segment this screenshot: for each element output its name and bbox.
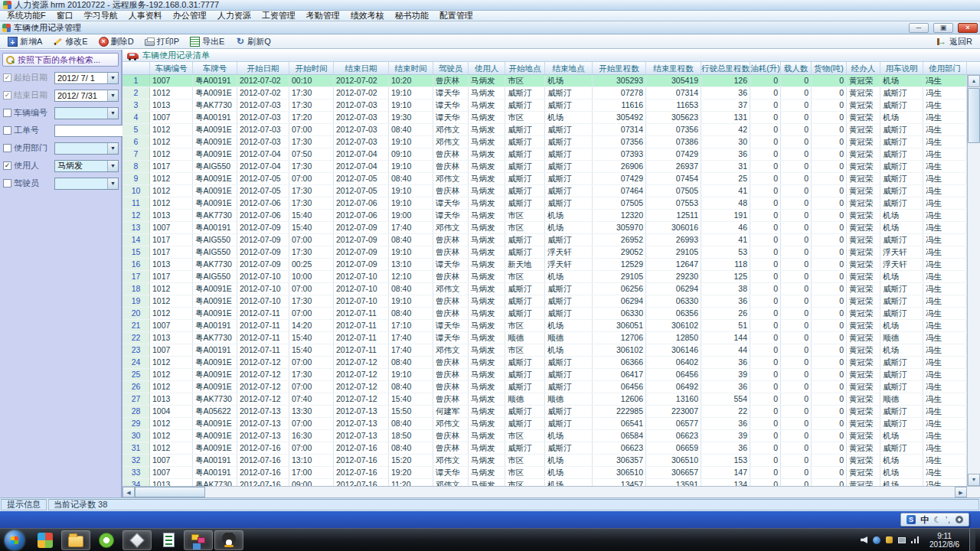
chevron-down-icon[interactable]: ▼: [107, 73, 118, 83]
column-header-9[interactable]: 开始地点: [505, 62, 545, 74]
menu-item-6[interactable]: 工资管理: [256, 11, 301, 21]
filter-checkbox-5[interactable]: [3, 161, 11, 170]
filter-combo-2[interactable]: ▼: [54, 107, 119, 119]
column-header-5[interactable]: 结束日期: [334, 62, 389, 74]
search-button[interactable]: 按照下面的条件检索...: [2, 53, 119, 67]
table-row[interactable]: 241012粤A0091E2012-07-1207:002012-07-1208…: [122, 357, 980, 369]
language-indicator[interactable]: 中: [920, 514, 929, 526]
horizontal-scrollbar[interactable]: ◀ ▶: [122, 486, 980, 497]
menu-item-3[interactable]: 人事资料: [123, 11, 168, 21]
taskbar-hrm-app-button[interactable]: [122, 530, 152, 550]
filter-checkbox-4[interactable]: [3, 144, 11, 152]
filter-date-1[interactable]: 2012/ 7/31▼: [54, 90, 119, 102]
column-header-2[interactable]: 车牌号: [193, 62, 237, 74]
toolbar-refresh-button[interactable]: 刷新Q: [230, 35, 276, 48]
horizontal-scroll-thumb[interactable]: [135, 487, 205, 497]
close-button[interactable]: ×: [958, 23, 978, 33]
menu-item-2[interactable]: 学习导航: [79, 11, 123, 21]
table-row[interactable]: 251012粤A0091E2012-07-1217:302012-07-1219…: [122, 369, 980, 381]
fullwidth-mode-icon[interactable]: ☾: [933, 515, 941, 524]
toolbar-print-button[interactable]: 打印P: [140, 35, 184, 48]
table-row[interactable]: 131007粤A001912012-07-0915:402012-07-0917…: [122, 222, 980, 234]
column-header-7[interactable]: 驾驶员: [433, 62, 469, 74]
minimize-button[interactable]: ─: [909, 23, 929, 33]
chevron-down-icon[interactable]: ▼: [107, 178, 118, 189]
table-row[interactable]: 281004粤A056222012-07-1313:302012-07-1315…: [122, 406, 980, 418]
column-header-10[interactable]: 结束地点: [545, 62, 593, 74]
scroll-left-arrow-icon[interactable]: ◀: [122, 487, 135, 497]
taskbar-grid-app-button[interactable]: [31, 530, 60, 550]
filter-checkbox-3[interactable]: [3, 126, 11, 135]
column-header-12[interactable]: 结束里程数: [646, 62, 701, 74]
table-row[interactable]: 201012粤A0091E2012-07-1107:002012-07-1108…: [122, 308, 980, 320]
filter-combo-6[interactable]: ▼: [54, 178, 119, 190]
toolbar-export-button[interactable]: 导出E: [185, 35, 229, 48]
table-row[interactable]: 41007粤A001912012-07-0317:202012-07-0319:…: [122, 112, 980, 124]
column-header-1[interactable]: 车辆编号: [150, 62, 193, 74]
table-row[interactable]: 121013粤AK77302012-07-0615:402012-07-0619…: [122, 210, 980, 222]
filter-input-3[interactable]: [54, 125, 123, 137]
table-row[interactable]: 11007粤A001912012-07-0200:102012-07-0210:…: [122, 75, 980, 87]
filter-checkbox-0[interactable]: [3, 73, 11, 82]
updates-icon[interactable]: [886, 536, 893, 543]
menu-item-7[interactable]: 考勤管理: [301, 11, 345, 21]
speaker-icon[interactable]: [861, 536, 867, 543]
scroll-up-arrow-icon[interactable]: ▲: [968, 75, 980, 87]
table-row[interactable]: 151017粤AIG5502012-07-0917:302012-07-0919…: [122, 246, 980, 259]
table-row[interactable]: 271013粤AK77302012-07-1207:402012-07-1215…: [122, 393, 980, 406]
column-header-14[interactable]: 油耗(升): [750, 62, 781, 74]
chevron-down-icon[interactable]: ▼: [107, 108, 118, 119]
toolbar-delete-button[interactable]: 删除D: [94, 35, 139, 48]
table-row[interactable]: 81017粤AIG5502012-07-0417:302012-07-0419:…: [122, 161, 980, 173]
table-row[interactable]: 291012粤A0091E2012-07-1307:002012-07-1308…: [122, 418, 980, 430]
table-row[interactable]: 171017粤AIG5502012-07-1010:002012-07-1012…: [122, 271, 980, 283]
column-header-11[interactable]: 开始里程数: [593, 62, 646, 74]
table-row[interactable]: 321007粤A001912012-07-1613:102012-07-1615…: [122, 455, 980, 467]
table-row[interactable]: 191012粤A0091E2012-07-1017:302012-07-1019…: [122, 295, 980, 308]
scroll-down-arrow-icon[interactable]: ▼: [968, 474, 980, 486]
table-row[interactable]: 141017粤AIG5502012-07-0907:002012-07-0908…: [122, 234, 980, 246]
return-button[interactable]: 返回R: [933, 35, 977, 48]
column-header-4[interactable]: 开始时间: [289, 62, 334, 74]
menu-item-10[interactable]: 配置管理: [434, 11, 479, 21]
show-desktop-button[interactable]: [969, 529, 975, 551]
filter-combo-4[interactable]: ▼: [54, 142, 119, 155]
punctuation-mode-icon[interactable]: ’,: [946, 516, 951, 524]
vertical-scroll-thumb[interactable]: [968, 88, 980, 143]
column-header-3[interactable]: 开始日期: [237, 62, 289, 74]
input-method-icon[interactable]: S: [906, 515, 916, 524]
network-icon[interactable]: [898, 537, 906, 543]
start-button[interactable]: [5, 530, 24, 550]
column-header-19[interactable]: 使用部门: [923, 62, 967, 74]
table-row[interactable]: 301012粤A0091E2012-07-1316:302012-07-1318…: [122, 430, 980, 442]
table-row[interactable]: 71012粤A0091E2012-07-0407:502012-07-0409:…: [122, 148, 980, 161]
table-row[interactable]: 221013粤AK77302012-07-1115:402012-07-1117…: [122, 332, 980, 344]
table-row[interactable]: 61012粤A0091E2012-07-0317:302012-07-0319:…: [122, 136, 980, 148]
column-header-6[interactable]: 结束时间: [389, 62, 433, 74]
restore-button[interactable]: ▣: [933, 23, 953, 33]
chevron-down-icon[interactable]: ▼: [107, 143, 118, 154]
taskbar-qq-button[interactable]: [214, 530, 243, 550]
table-row[interactable]: 101012粤A0091E2012-07-0517:302012-07-0519…: [122, 185, 980, 197]
menu-item-5[interactable]: 人力资源: [212, 11, 256, 21]
taskbar-diagram-app-button[interactable]: [184, 530, 213, 550]
column-header-15[interactable]: 载人数: [781, 62, 812, 74]
table-row[interactable]: 111012粤A0091E2012-07-0617:302012-07-0619…: [122, 197, 980, 210]
table-row[interactable]: 261012粤A0091E2012-07-1207:002012-07-1208…: [122, 381, 980, 393]
filter-date-0[interactable]: 2012/ 7/ 1▼: [54, 72, 119, 84]
chevron-down-icon[interactable]: ▼: [107, 161, 118, 171]
filter-checkbox-6[interactable]: [3, 179, 11, 187]
menu-item-9[interactable]: 秘书功能: [390, 11, 434, 21]
wifi-icon[interactable]: [911, 536, 920, 543]
table-row[interactable]: 331007粤A001912012-07-1617:002012-07-1619…: [122, 467, 980, 479]
table-row[interactable]: 231007粤A001912012-07-1115:402012-07-1117…: [122, 344, 980, 357]
table-row[interactable]: 341013粤AK77302012-07-1609:002012-07-1611…: [122, 479, 980, 486]
column-header-13[interactable]: 行驶总里程数: [701, 62, 750, 74]
taskbar-excel-button[interactable]: [153, 530, 182, 550]
table-row[interactable]: 311012粤A0091E2012-07-1607:002012-07-1608…: [122, 442, 980, 455]
table-row[interactable]: 91012粤A0091E2012-07-0507:002012-07-0508:…: [122, 173, 980, 185]
column-header-17[interactable]: 经办人: [847, 62, 880, 74]
filter-checkbox-2[interactable]: [3, 109, 11, 117]
filter-checkbox-1[interactable]: [3, 91, 11, 99]
menu-item-4[interactable]: 办公管理: [168, 11, 212, 21]
